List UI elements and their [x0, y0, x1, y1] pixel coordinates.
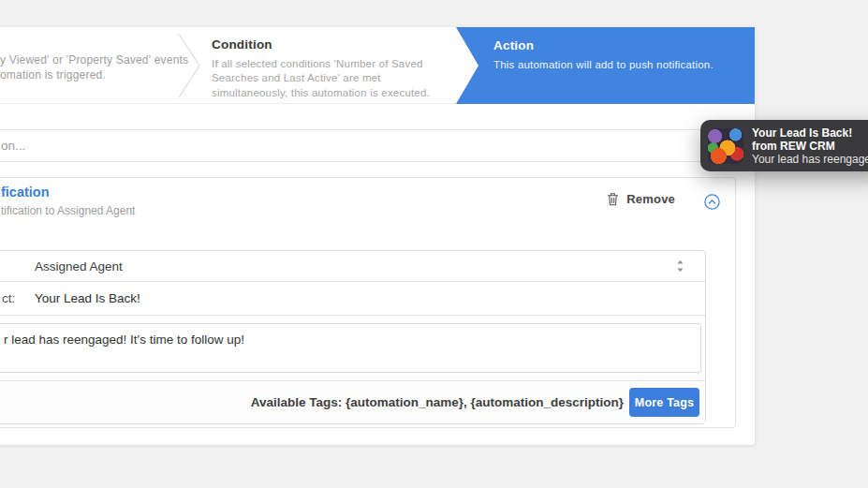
toast-title: Your Lead Is Back! [752, 126, 868, 140]
message-textarea[interactable]: r lead has reengaged! It's time to follo… [0, 323, 701, 373]
available-tags-bar: Available Tags: {automation_name}, {auto… [0, 380, 705, 423]
action-step-description: This automation will add to push notific… [493, 58, 742, 72]
subject-field-row[interactable]: ct: Your Lead Is Back! [0, 282, 705, 316]
recipient-selected-value: Assigned Agent [35, 251, 123, 282]
subject-input-value: Your Lead Is Back! [35, 282, 140, 316]
condition-step-title: Condition [212, 37, 457, 52]
push-notification-toast[interactable]: Your Lead Is Back! from REW CRM Your lea… [700, 120, 868, 171]
toast-source: from REW CRM [752, 140, 868, 153]
action-step-active[interactable]: Action This automation will add to push … [456, 27, 755, 104]
trash-icon [607, 192, 619, 206]
condition-step-description: If all selected conditions 'Number of Sa… [212, 57, 457, 100]
subject-label: ct: [2, 282, 15, 316]
notification-form-panel: Assigned Agent ct: Your Lead Is Back! r … [0, 250, 706, 424]
automation-editor-card: y Viewed' or 'Property Saved' events oma… [0, 27, 755, 445]
automation-steps-ribbon: y Viewed' or 'Property Saved' events oma… [0, 27, 755, 104]
collapse-section-button[interactable] [704, 194, 720, 210]
toast-text: Your Lead Is Back! from REW CRM Your lea… [752, 126, 868, 166]
step-separator-chevron-icon [178, 33, 202, 98]
available-tags-label: Available Tags: {automation_name}, {auto… [251, 395, 624, 409]
select-caret-icon [676, 259, 684, 273]
chevron-up-circle-icon [704, 194, 720, 210]
action-step-title: Action [493, 38, 742, 52]
push-notification-action-card: fication tification to Assigned Agent Re… [0, 177, 736, 428]
trigger-step-description: y Viewed' or 'Property Saved' events oma… [0, 52, 188, 82]
action-card-title: fication [1, 185, 50, 200]
rew-crm-app-icon [708, 128, 743, 164]
trigger-step-description-line2: omation is triggered. [0, 67, 188, 82]
remove-action-button[interactable]: Remove [607, 192, 675, 206]
action-card-subtitle: tification to Assigned Agent [1, 204, 135, 217]
recipient-select[interactable]: Assigned Agent [0, 251, 705, 282]
toast-body: Your lead has reengaged! It's [752, 153, 868, 166]
condition-step[interactable]: Condition If all selected conditions 'Nu… [212, 37, 457, 100]
automation-description-field[interactable]: on... [0, 129, 755, 162]
trigger-step-description-line1: y Viewed' or 'Property Saved' events [0, 52, 188, 67]
more-tags-button[interactable]: More Tags [629, 388, 699, 417]
remove-button-label: Remove [626, 192, 675, 206]
